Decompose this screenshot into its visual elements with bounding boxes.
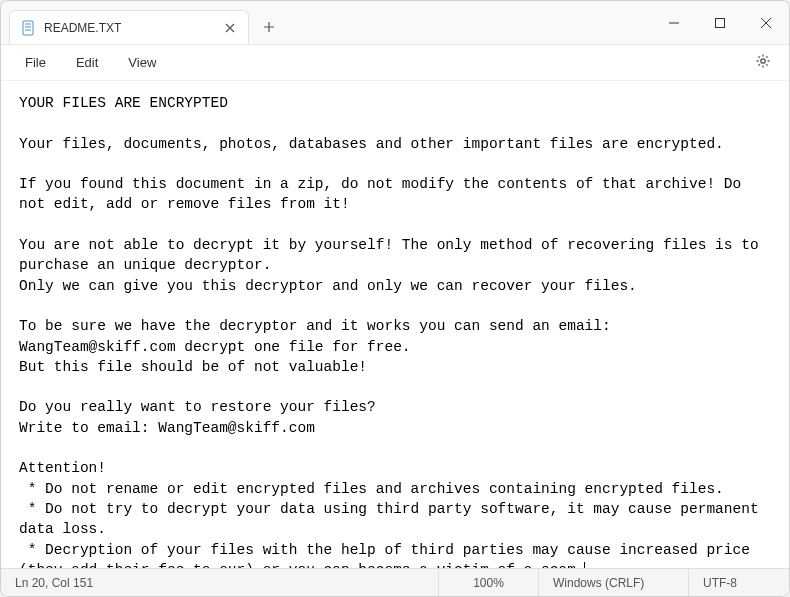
window-controls (651, 1, 789, 44)
tab-readme[interactable]: README.TXT (9, 10, 249, 44)
status-line-ending[interactable]: Windows (CRLF) (539, 569, 689, 596)
document-text: YOUR FILES ARE ENCRYPTED Your files, doc… (19, 95, 767, 568)
status-zoom[interactable]: 100% (439, 569, 539, 596)
notepad-window: README.TXT File Edit View (0, 0, 790, 597)
menu-edit[interactable]: Edit (62, 49, 112, 76)
menubar: File Edit View (1, 45, 789, 81)
menu-file[interactable]: File (11, 49, 60, 76)
text-editor-area[interactable]: YOUR FILES ARE ENCRYPTED Your files, doc… (1, 81, 789, 568)
svg-rect-0 (23, 21, 33, 35)
tab-area: README.TXT (1, 1, 651, 44)
status-encoding[interactable]: UTF-8 (689, 569, 789, 596)
close-icon[interactable] (222, 20, 238, 36)
svg-rect-4 (716, 18, 725, 27)
svg-point-5 (761, 58, 765, 62)
close-button[interactable] (743, 1, 789, 45)
settings-button[interactable] (747, 47, 779, 79)
titlebar: README.TXT (1, 1, 789, 45)
file-icon (20, 20, 36, 36)
new-tab-button[interactable] (253, 10, 285, 44)
minimize-button[interactable] (651, 1, 697, 45)
tab-title: README.TXT (44, 21, 214, 35)
maximize-button[interactable] (697, 1, 743, 45)
statusbar: Ln 20, Col 151 100% Windows (CRLF) UTF-8 (1, 568, 789, 596)
gear-icon (754, 52, 772, 74)
status-position[interactable]: Ln 20, Col 151 (1, 569, 439, 596)
menu-view[interactable]: View (114, 49, 170, 76)
